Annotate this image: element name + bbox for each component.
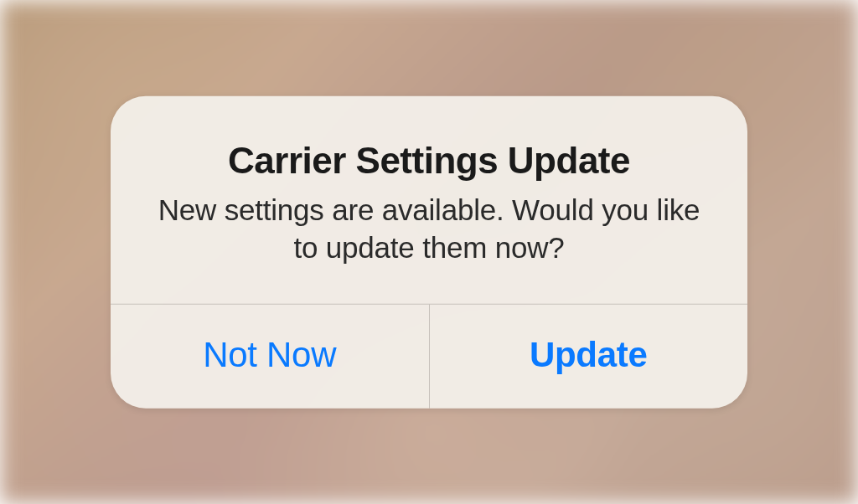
not-now-button[interactable]: Not Now: [111, 304, 430, 408]
alert-title: Carrier Settings Update: [151, 140, 707, 182]
alert-button-row: Not Now Update: [111, 303, 747, 408]
alert-message: New settings are available. Would you li…: [151, 192, 707, 267]
alert-content: Carrier Settings Update New settings are…: [111, 96, 747, 304]
update-button[interactable]: Update: [430, 304, 748, 408]
alert-dialog: Carrier Settings Update New settings are…: [111, 96, 747, 409]
